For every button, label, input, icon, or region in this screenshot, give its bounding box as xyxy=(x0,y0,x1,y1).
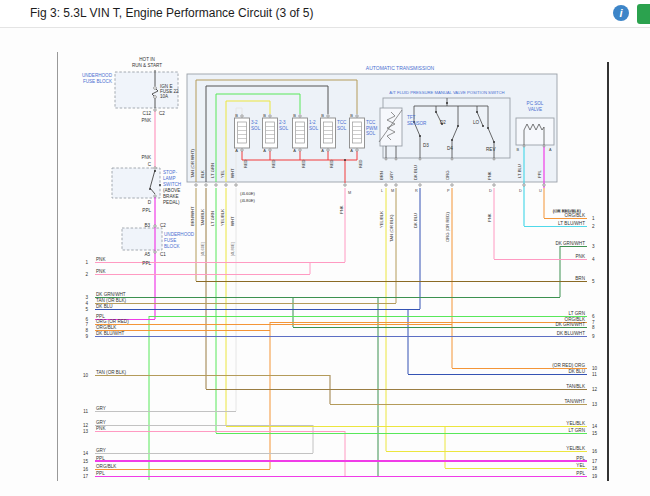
connector-circle xyxy=(385,158,387,160)
diagram-text: TAN/BLK xyxy=(566,384,586,389)
diagram-text: TAN (OR BLK) xyxy=(389,214,394,242)
action-button[interactable] xyxy=(637,4,650,24)
junction-dot xyxy=(493,141,495,143)
diagram-text: 5 xyxy=(85,307,88,312)
solenoid-coil xyxy=(266,122,275,143)
junction-dot xyxy=(451,139,453,141)
diagram-text: 13 xyxy=(592,402,598,407)
diagram-text: DK GRN/WHT xyxy=(96,292,126,297)
diagram-text: ORG (OR RED) xyxy=(445,212,450,242)
diagram-text: BLK xyxy=(200,170,205,178)
diagram-text: 1-2 xyxy=(309,120,316,125)
diagram-text: D3 xyxy=(423,143,429,148)
diagram-text: PNK xyxy=(142,118,152,123)
diagram-text: LT GRN xyxy=(569,311,585,316)
connector-circle xyxy=(154,109,156,111)
connector-circle xyxy=(241,149,243,151)
connector-circle xyxy=(419,184,421,186)
diagram-text: LT GRN xyxy=(210,163,215,178)
diagram-text: PNK xyxy=(142,155,152,160)
diagram-text: BLOCK xyxy=(164,244,181,249)
diagram-text: B xyxy=(235,113,238,118)
diagram-text: SOL xyxy=(337,126,347,131)
diagram-text: (OR RED) ORG xyxy=(552,363,585,368)
junction-dot xyxy=(457,125,459,127)
diagram-text: UNDERHOOD xyxy=(164,232,195,237)
junction-dot xyxy=(435,111,437,113)
diagram-text: TAN/BLK xyxy=(200,209,205,226)
junction-dot xyxy=(419,135,421,137)
component-box xyxy=(380,108,402,146)
diagram-text: YEL/BLK xyxy=(566,421,586,426)
connector-circle xyxy=(154,87,157,90)
junction-dot xyxy=(154,170,156,172)
connector-circle xyxy=(269,115,271,117)
component-box xyxy=(516,118,554,145)
diagram-text: D xyxy=(148,200,152,205)
diagram-text: GRY xyxy=(96,406,106,411)
diagram-text: PPL xyxy=(576,471,585,476)
diagram-text: PNK xyxy=(96,257,106,262)
diagram-text: VALVE xyxy=(528,107,542,112)
diagram-text: 3 xyxy=(592,244,595,249)
diagram-text: WHT xyxy=(230,168,235,178)
diagram-text: SOL xyxy=(366,131,376,136)
diagram-text: (ABOVE xyxy=(163,188,180,193)
connector-circle xyxy=(395,158,397,160)
diagram-text: C1 xyxy=(160,252,166,257)
diagram-text: WHT xyxy=(230,216,235,226)
diagram-text: 2 xyxy=(85,272,88,277)
connector-circle xyxy=(419,158,421,160)
connector-circle xyxy=(154,167,156,169)
diagram-text: 5 xyxy=(592,279,595,284)
diagram-text: PPL xyxy=(96,456,105,461)
diagram-text: 10A xyxy=(160,94,169,99)
diagram-text: PNK xyxy=(487,213,492,222)
diagram-text: 13 xyxy=(83,429,89,434)
diagram-text: RED xyxy=(329,159,334,168)
solenoid-coil xyxy=(296,122,305,143)
connector-circle xyxy=(356,115,358,117)
diagram-text: A xyxy=(263,148,266,153)
diagram-text: B xyxy=(350,113,353,118)
diagram-text: TAN (OR BLK) xyxy=(96,298,127,303)
diagram-text: ORG/BLK xyxy=(96,464,117,469)
diagram-text: BRN/WHT xyxy=(190,206,195,226)
connector-circle xyxy=(395,184,397,186)
diagram-text: TAN (OR BLK) xyxy=(96,370,127,375)
diagram-text: PEDAL) xyxy=(163,200,180,205)
diagram-text: UNDERHOOD xyxy=(82,73,113,78)
diagram-text: LO xyxy=(473,120,480,125)
junction-dot xyxy=(149,188,151,190)
figure-title-bar: Fig 3: 5.3L VIN T, Engine Performance Ci… xyxy=(0,0,650,28)
diagram-text: SOL xyxy=(309,126,319,131)
diagram-text: U xyxy=(539,189,542,193)
diagram-text: D xyxy=(519,189,522,193)
diagram-text: B xyxy=(293,113,296,118)
connector-circle xyxy=(523,184,525,186)
diagram-text: LT BLU xyxy=(517,164,522,178)
diagram-text: LT GRN xyxy=(569,428,585,433)
component-box xyxy=(122,228,162,250)
connector-circle xyxy=(154,195,156,197)
diagram-text: 2-3 xyxy=(279,120,286,125)
diagram-text: A xyxy=(350,148,353,153)
diagram-text: YEL xyxy=(576,463,585,468)
info-icon[interactable]: i xyxy=(613,5,629,21)
solenoid-coil xyxy=(324,122,333,143)
diagram-text: ORG/BLK xyxy=(96,325,117,330)
diagram-text: C12 xyxy=(143,111,152,116)
diagram-text: FUSE BLOCK xyxy=(83,79,113,84)
diagram-text: PNK xyxy=(576,254,586,259)
diagram-text: TAN (OR WHT) xyxy=(190,148,195,178)
diagram-text: 16 xyxy=(592,449,598,454)
diagram-text: STOP- xyxy=(163,170,177,175)
junction-dot xyxy=(344,159,346,161)
diagram-text: (4L80E) xyxy=(240,198,256,203)
diagram-text: 9 xyxy=(85,334,88,339)
diagram-text: ORG (OR RED) xyxy=(96,319,129,324)
diagram-text: PPL xyxy=(96,471,105,476)
diagram-text: PNK xyxy=(96,426,106,431)
diagram-text: C2 xyxy=(159,111,165,116)
diagram-text: 4 xyxy=(592,257,595,262)
